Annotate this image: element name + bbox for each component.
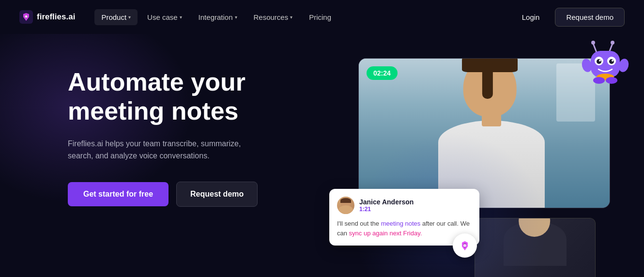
request-demo-button[interactable]: Request demo [555, 8, 625, 27]
request-demo-hero-button[interactable]: Request demo [176, 182, 258, 207]
svg-point-11 [599, 60, 601, 62]
video-background: 02:24 [359, 59, 610, 208]
svg-point-5 [611, 41, 614, 45]
video-card-main: 02:24 [358, 58, 610, 208]
svg-point-18 [463, 244, 466, 247]
chevron-icon: ▾ [235, 15, 237, 20]
svg-point-3 [591, 41, 595, 45]
nav-actions: Login Request demo [514, 8, 625, 27]
logo[interactable]: fireflies.ai [19, 10, 75, 24]
hero-title: Automate your meeting notes [68, 68, 310, 126]
video-background-2 [475, 218, 595, 277]
svg-point-16 [593, 77, 605, 84]
nav-item-product[interactable]: Product ▾ [94, 9, 138, 25]
chat-name: Janice Anderson [359, 198, 414, 206]
chevron-icon: ▾ [180, 15, 182, 20]
robot-mascot [576, 39, 634, 97]
chat-highlight-meeting-notes: meeting notes [381, 220, 421, 227]
logo-icon [19, 10, 33, 24]
chat-avatar [337, 197, 354, 214]
svg-line-2 [593, 44, 597, 52]
hero-section: Automate your meeting notes Fireflies.ai… [0, 34, 644, 277]
login-button[interactable]: Login [514, 9, 548, 25]
video-card-secondary [475, 218, 596, 277]
hero-left: Automate your meeting notes Fireflies.ai… [68, 58, 310, 207]
chat-user-info: Janice Anderson 1:21 [359, 198, 414, 213]
chat-message: I'll send out the meeting notes after ou… [337, 219, 472, 238]
svg-point-12 [612, 60, 613, 62]
nav-item-pricing[interactable]: Pricing [302, 9, 338, 25]
get-started-button[interactable]: Get started for free [68, 182, 169, 206]
logo-text: fireflies.ai [37, 12, 75, 22]
fireflies-logo-circle [453, 233, 477, 258]
timer-badge: 02:24 [367, 66, 398, 80]
svg-point-1 [25, 15, 28, 18]
svg-point-9 [597, 59, 601, 64]
chat-time: 1:21 [359, 206, 414, 213]
nav-item-integration[interactable]: Integration ▾ [192, 9, 244, 25]
hero-subtitle: Fireflies.ai helps your team transcribe,… [68, 138, 252, 162]
chevron-icon: ▾ [290, 15, 292, 20]
chat-header: Janice Anderson 1:21 [337, 197, 472, 214]
nav-links: Product ▾ Use case ▾ Integration ▾ Resou… [94, 9, 514, 25]
navbar: fireflies.ai Product ▾ Use case ▾ Integr… [0, 0, 644, 34]
robot-icon [576, 39, 634, 97]
svg-point-10 [609, 59, 614, 64]
chat-highlight-sync: sync up again next Friday. [349, 230, 422, 237]
hero-buttons: Get started for free Request demo [68, 182, 310, 207]
nav-item-resources[interactable]: Resources ▾ [247, 9, 300, 25]
nav-item-usecase[interactable]: Use case ▾ [140, 9, 189, 25]
chevron-icon: ▾ [128, 15, 131, 20]
hero-right: 02:24 Janice Anderson 1:21 I'll send out… [329, 58, 625, 277]
svg-rect-6 [591, 51, 620, 77]
fireflies-circle-icon [457, 238, 473, 253]
svg-point-17 [606, 77, 617, 84]
